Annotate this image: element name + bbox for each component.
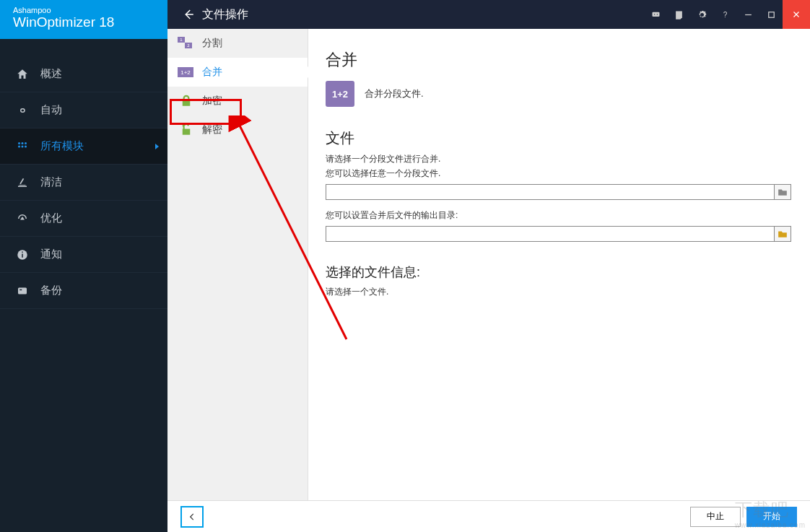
link-icon <box>14 103 30 118</box>
note-icon[interactable] <box>667 0 690 29</box>
output-input[interactable] <box>326 226 774 242</box>
start-button[interactable]: 开始 <box>746 507 797 527</box>
info-icon <box>14 247 30 263</box>
file-hint-2: 您可以选择任意一个分段文件. <box>326 167 791 180</box>
merge-icon: 1+2 <box>178 65 195 79</box>
file-hint-1: 请选择一个分段文件进行合并. <box>326 152 791 165</box>
file-section-title: 文件 <box>326 128 791 148</box>
svg-point-4 <box>22 145 24 147</box>
browse-output-button[interactable] <box>774 226 791 242</box>
nav-overview[interactable]: 概述 <box>0 56 167 92</box>
main-desc: 合并分段文件. <box>365 87 424 100</box>
nav-label: 备份 <box>40 284 62 297</box>
main-heading: 合并 <box>326 49 791 71</box>
broom-icon <box>14 175 30 191</box>
nav-notify[interactable]: 通知 <box>0 237 167 273</box>
feedback-icon[interactable] <box>644 0 667 29</box>
subnav-label: 合并 <box>202 66 222 79</box>
svg-point-3 <box>18 145 20 147</box>
footer-back-button[interactable] <box>180 506 204 528</box>
help-icon[interactable]: ? <box>713 0 736 29</box>
settings-icon[interactable] <box>690 0 713 29</box>
subnav-label: 解密 <box>202 123 222 136</box>
split-icon: 12 <box>178 36 195 51</box>
svg-rect-8 <box>22 251 23 253</box>
subnav-merge[interactable]: 1+2 合并 <box>167 58 308 87</box>
svg-rect-11 <box>652 12 659 16</box>
svg-text:?: ? <box>723 11 727 19</box>
grid-icon <box>14 139 30 154</box>
svg-text:1+2: 1+2 <box>180 69 191 76</box>
svg-rect-16 <box>768 12 774 17</box>
nav-clean[interactable]: 清洁 <box>0 165 167 201</box>
lock-icon <box>178 94 195 108</box>
svg-rect-7 <box>22 253 23 257</box>
svg-point-12 <box>654 14 655 14</box>
subnav-encrypt[interactable]: 加密 <box>167 87 308 115</box>
nav-label: 自动 <box>40 103 62 117</box>
nav-label: 清洁 <box>40 175 62 189</box>
subnav-split[interactable]: 12 分割 <box>167 29 308 58</box>
browse-file-button[interactable] <box>774 184 791 200</box>
svg-point-0 <box>18 142 20 144</box>
file-input[interactable] <box>326 184 774 200</box>
svg-point-5 <box>25 145 27 147</box>
nav-backup[interactable]: 备份 <box>0 273 167 309</box>
brand-small: Ashampoo <box>13 6 154 14</box>
maximize-icon[interactable] <box>759 0 783 29</box>
svg-point-13 <box>656 14 657 14</box>
nav-modules[interactable]: 所有模块 <box>0 128 167 165</box>
gauge-icon <box>14 211 30 227</box>
minimize-icon[interactable] <box>736 0 759 29</box>
abort-button[interactable]: 中止 <box>690 507 741 527</box>
home-icon <box>14 66 30 82</box>
svg-point-1 <box>22 142 24 144</box>
svg-point-2 <box>25 142 27 144</box>
nav-label: 所有模块 <box>40 139 84 153</box>
brand-header: Ashampoo WinOptimizer 18 <box>0 0 167 39</box>
svg-rect-10 <box>19 289 22 290</box>
nav-auto[interactable]: 自动 <box>0 92 167 128</box>
svg-rect-9 <box>18 287 27 294</box>
backup-icon <box>14 283 30 299</box>
close-icon[interactable] <box>783 0 810 29</box>
nav-optimize[interactable]: 优化 <box>0 201 167 237</box>
unlock-icon <box>178 123 195 137</box>
titlebar-back-icon[interactable] <box>182 8 195 21</box>
nav-label: 优化 <box>40 212 62 225</box>
output-hint: 您可以设置合并后文件的输出目录: <box>326 209 791 222</box>
nav-label: 通知 <box>40 248 62 261</box>
subnav-decrypt[interactable]: 解密 <box>167 115 308 144</box>
info-title: 选择的文件信息: <box>326 263 791 281</box>
subnav-label: 加密 <box>202 95 222 108</box>
titlebar-title: 文件操作 <box>202 7 644 22</box>
subnav-label: 分割 <box>202 37 222 50</box>
info-hint: 请选择一个文件. <box>326 285 791 298</box>
brand-big: WinOptimizer 18 <box>13 14 154 30</box>
merge-badge-icon: 1+2 <box>326 81 354 107</box>
nav-label: 概述 <box>40 67 62 81</box>
